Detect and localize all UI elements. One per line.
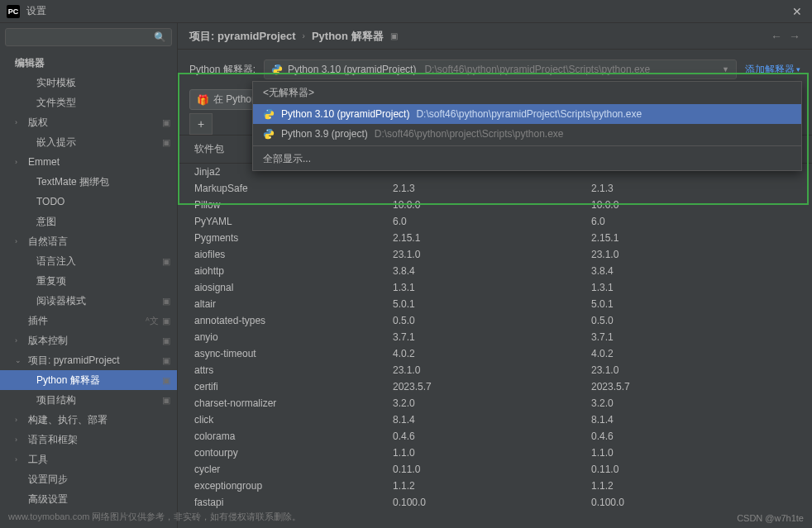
interpreter-name: Python 3.10 (pyramidProject)	[288, 64, 416, 75]
search-icon: 🔍	[154, 31, 166, 43]
sidebar-item[interactable]: ›构建、执行、部署	[0, 410, 177, 430]
sidebar-item-label: Emmet	[28, 155, 60, 169]
interpreter-dropdown-list: <无解释器> Python 3.10 (pyramidProject) D:\s…	[252, 81, 802, 171]
sidebar-item[interactable]: ›版本控制▣	[0, 331, 177, 350]
sidebar-item[interactable]: TODO	[0, 192, 177, 212]
pkg-version: 5.0.1	[388, 297, 586, 312]
sidebar-item[interactable]: ›Emmet	[0, 152, 177, 172]
dd-no-interpreter[interactable]: <无解释器>	[253, 82, 801, 104]
python-icon	[271, 64, 283, 75]
package-row[interactable]: click8.1.48.1.4	[178, 411, 812, 428]
sidebar-item[interactable]: ›工具	[0, 450, 177, 469]
pkg-version: 8.1.4	[388, 412, 586, 427]
project-badge-icon: ▣	[162, 333, 170, 348]
python-icon	[263, 108, 275, 120]
sidebar-item[interactable]: 编辑器	[0, 53, 177, 73]
pkg-latest: 0.5.0	[586, 313, 800, 328]
pkg-name: Pygments	[189, 231, 388, 245]
sidebar-item[interactable]: ›自然语言	[0, 231, 177, 251]
sidebar-item-label: 自然语言	[28, 234, 68, 249]
sidebar-item-label: 构建、执行、部署	[28, 412, 107, 427]
sidebar-item[interactable]: 设置同步	[0, 469, 177, 489]
package-row[interactable]: aiohttp3.8.43.8.4	[178, 263, 812, 279]
sidebar-item[interactable]: ⌄项目: pyramidProject▣	[0, 350, 177, 370]
package-row[interactable]: Pygments2.15.12.15.1	[178, 230, 812, 246]
close-icon[interactable]: ✕	[789, 5, 805, 18]
package-row[interactable]: altair5.0.15.0.1	[178, 296, 812, 312]
package-row[interactable]: contourpy1.1.01.1.0	[178, 445, 812, 461]
pkg-name: MarkupSafe	[189, 181, 388, 196]
pkg-name: charset-normalizer	[189, 396, 388, 411]
package-row[interactable]: charset-normalizer3.2.03.2.0	[178, 395, 812, 411]
pkg-name: aiosignal	[189, 280, 388, 295]
svg-point-5	[270, 137, 270, 138]
sidebar-item[interactable]: 实时模板	[0, 73, 177, 93]
gift-icon: 🎁	[197, 94, 209, 106]
dd-show-all[interactable]: 全部显示...	[253, 148, 801, 170]
pkg-version: 3.8.4	[388, 264, 586, 278]
pkg-latest: 2.1.3	[586, 181, 800, 196]
pkg-name: attrs	[189, 363, 388, 378]
package-row[interactable]: colorama0.4.60.4.6	[178, 428, 812, 445]
interpreter-dropdown[interactable]: Python 3.10 (pyramidProject) D:\soft46\p…	[264, 59, 737, 79]
package-row[interactable]: annotated-types0.5.00.5.0	[178, 312, 812, 329]
crumb-project[interactable]: 项目: pyramidProject	[189, 29, 296, 44]
chevron-icon: ⌄	[15, 353, 26, 368]
pkg-version: 2023.5.7	[388, 379, 586, 394]
chevron-icon: ›	[15, 432, 26, 447]
sidebar-item[interactable]: 语言注入▣	[0, 251, 177, 271]
package-row[interactable]: certifi2023.5.72023.5.7	[178, 378, 812, 395]
dd-python310[interactable]: Python 3.10 (pyramidProject) D:\soft46\p…	[253, 104, 801, 124]
package-row[interactable]: async-timeout4.0.24.0.2	[178, 345, 812, 362]
sidebar-item[interactable]: ›语言和框架	[0, 430, 177, 450]
forward-icon[interactable]: →	[789, 30, 800, 43]
pkg-name: click	[189, 412, 388, 427]
package-row[interactable]: aiosignal1.3.11.3.1	[178, 279, 812, 296]
add-package-button[interactable]: +	[189, 113, 213, 135]
package-row[interactable]: anyio3.7.13.7.1	[178, 329, 812, 345]
package-row[interactable]: MarkupSafe2.1.32.1.3	[178, 180, 812, 197]
pkg-version: 23.1.0	[388, 247, 586, 262]
pkg-latest: 2.15.1	[586, 231, 800, 245]
sidebar-item[interactable]: TextMate 捆绑包	[0, 172, 177, 192]
search-input[interactable]	[11, 31, 154, 43]
search-input-wrap[interactable]: 🔍	[5, 28, 172, 46]
pkg-version: 1.3.1	[388, 280, 586, 295]
chevron-icon: ›	[15, 333, 26, 348]
sidebar-item[interactable]: 高级设置	[0, 489, 177, 509]
sidebar-item-label: 高级设置	[28, 492, 68, 507]
sidebar-item[interactable]: Python 解释器▣	[0, 370, 177, 390]
svg-point-3	[270, 117, 270, 118]
sidebar-item[interactable]: 意图	[0, 212, 177, 231]
pkg-version: 0.5.0	[388, 313, 586, 328]
sidebar-item[interactable]: 重复项	[0, 271, 177, 291]
package-row[interactable]: fastapi0.100.00.100.0	[178, 494, 812, 511]
main-panel: 项目: pyramidProject › Python 解释器 ▣ ← → Py…	[178, 23, 812, 528]
package-row[interactable]: Pillow10.0.010.0.0	[178, 197, 812, 213]
pkg-latest: 3.8.4	[586, 264, 800, 278]
python-icon	[263, 128, 275, 140]
pkg-name: fastapi	[189, 495, 388, 510]
package-row[interactable]: attrs23.1.023.1.0	[178, 362, 812, 378]
package-row[interactable]: exceptiongroup1.1.21.1.2	[178, 478, 812, 494]
add-interpreter-link[interactable]: 添加解释器▾	[745, 63, 800, 77]
sidebar-item[interactable]: 阅读器模式▣	[0, 291, 177, 311]
sidebar-item[interactable]: 嵌入提示▣	[0, 132, 177, 152]
sidebar-item[interactable]: ›版权▣	[0, 112, 177, 132]
pkg-name: Pillow	[189, 197, 388, 212]
package-row[interactable]: aiofiles23.1.023.1.0	[178, 246, 812, 263]
package-row[interactable]: PyYAML6.06.0	[178, 213, 812, 230]
project-badge-icon: ▣	[162, 115, 170, 130]
dd-python39[interactable]: Python 3.9 (project) D:\soft46\python\pr…	[253, 124, 801, 144]
package-row[interactable]: cycler0.11.00.11.0	[178, 461, 812, 478]
back-icon[interactable]: ←	[771, 30, 782, 43]
pkg-version: 1.1.0	[388, 445, 586, 460]
pkg-version: 23.1.0	[388, 363, 586, 378]
sidebar-item[interactable]: 文件类型	[0, 93, 177, 112]
sidebar-item[interactable]: 插件ᴬ文▣	[0, 311, 177, 331]
pkg-name: contourpy	[189, 445, 388, 460]
sidebar-item[interactable]: 项目结构▣	[0, 390, 177, 410]
pkg-latest: 1.1.2	[586, 478, 800, 493]
lang-icon: ᴬ文	[146, 313, 159, 328]
pkg-latest: 0.100.0	[586, 495, 800, 510]
